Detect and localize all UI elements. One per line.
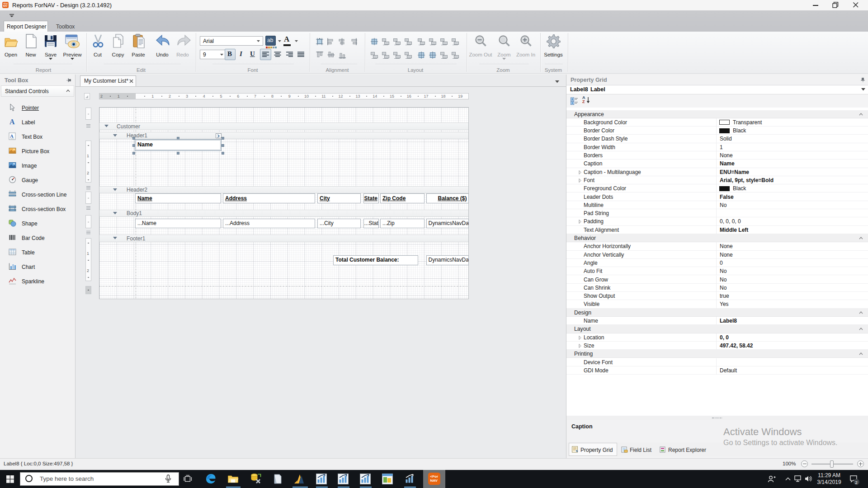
svg-text:A: A: [10, 133, 14, 139]
svg-text:A: A: [9, 118, 15, 126]
